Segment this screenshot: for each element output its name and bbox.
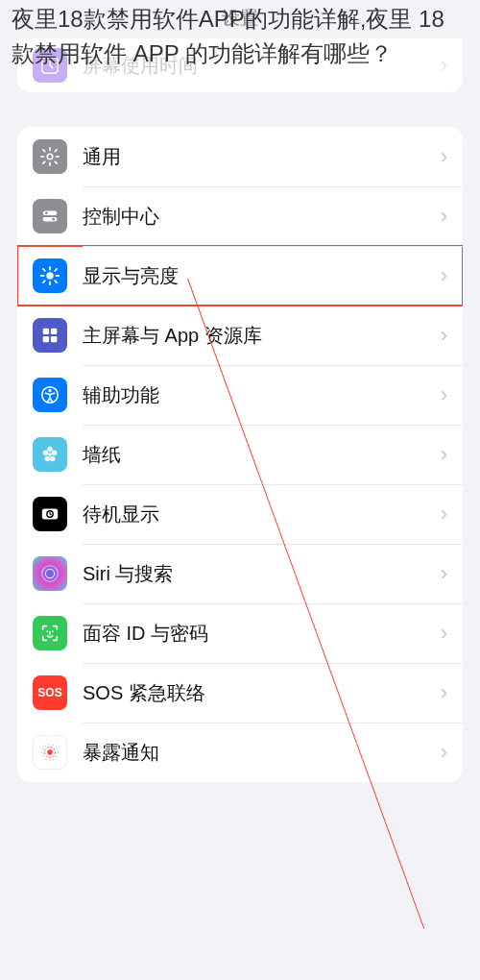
- svg-rect-2: [43, 211, 58, 216]
- row-label: 显示与亮度: [83, 263, 441, 289]
- row-label: 待机显示: [83, 502, 441, 527]
- gear-icon: [33, 139, 67, 174]
- svg-point-13: [48, 453, 52, 456]
- row-label: 暴露通知: [83, 740, 441, 766]
- svg-point-16: [50, 456, 56, 462]
- chevron-right-icon: ›: [441, 382, 447, 407]
- chevron-right-icon: ›: [441, 442, 447, 467]
- chevron-right-icon: ›: [441, 621, 447, 646]
- svg-rect-9: [43, 336, 49, 342]
- svg-point-3: [45, 211, 48, 214]
- row-standby[interactable]: 待机显示 ›: [17, 484, 463, 544]
- svg-point-6: [46, 272, 53, 279]
- sos-icon: SOS: [33, 675, 67, 710]
- flower-icon: [33, 437, 67, 472]
- row-label: Siri 与搜索: [83, 561, 441, 587]
- exposure-icon: [33, 735, 67, 770]
- row-display-brightness[interactable]: 显示与亮度 ›: [17, 246, 463, 306]
- svg-point-25: [47, 749, 53, 755]
- apps-grid-icon: [33, 318, 67, 353]
- svg-point-21: [42, 566, 59, 582]
- svg-point-12: [48, 389, 51, 392]
- row-siri-search[interactable]: Siri 与搜索 ›: [17, 544, 463, 603]
- svg-rect-7: [43, 329, 49, 334]
- chevron-right-icon: ›: [441, 323, 447, 348]
- row-faceid-passcode[interactable]: 面容 ID 与密码 ›: [17, 603, 463, 663]
- row-label: 控制中心: [83, 204, 441, 230]
- row-home-screen[interactable]: 主屏幕与 App 资源库 ›: [17, 306, 463, 365]
- svg-point-24: [52, 630, 54, 632]
- svg-point-5: [52, 218, 55, 221]
- row-screentime[interactable]: 屏幕使用时间 ›: [17, 38, 463, 92]
- svg-point-14: [47, 447, 53, 453]
- svg-point-18: [43, 450, 49, 455]
- chevron-right-icon: ›: [441, 680, 447, 705]
- chevron-right-icon: ›: [441, 561, 447, 586]
- svg-rect-8: [51, 329, 57, 334]
- svg-point-22: [45, 569, 54, 577]
- row-label: 面容 ID 与密码: [83, 621, 441, 647]
- chevron-right-icon: ›: [441, 502, 447, 527]
- chevron-right-icon: ›: [441, 53, 447, 78]
- siri-icon: [33, 556, 67, 591]
- row-label: 主屏幕与 App 资源库: [83, 323, 441, 349]
- svg-point-23: [46, 630, 48, 632]
- chevron-right-icon: ›: [441, 144, 447, 169]
- svg-point-1: [47, 154, 53, 159]
- row-general[interactable]: 通用 ›: [17, 127, 463, 186]
- row-label: 通用: [83, 144, 441, 170]
- clock-icon: [33, 497, 67, 531]
- row-accessibility[interactable]: 辅助功能 ›: [17, 365, 463, 425]
- faceid-icon: [33, 616, 67, 650]
- row-wallpaper[interactable]: 墙纸 ›: [17, 425, 463, 484]
- group-screentime: 屏幕使用时间 ›: [17, 38, 463, 92]
- row-label: 屏幕使用时间: [83, 53, 441, 79]
- row-exposure-notification[interactable]: 暴露通知 ›: [17, 723, 463, 782]
- settings-scroll: 屏幕使用时间 › 通用 › 控制中心 › 显示与亮度 ›: [0, 0, 480, 782]
- sun-icon: [33, 258, 67, 293]
- row-label: SOS 紧急联络: [83, 680, 441, 706]
- row-sos[interactable]: SOS SOS 紧急联络 ›: [17, 663, 463, 723]
- page-title: 设置: [0, 6, 480, 31]
- chevron-right-icon: ›: [441, 204, 447, 229]
- screentime-icon: [33, 48, 67, 83]
- svg-point-17: [45, 456, 51, 462]
- svg-rect-4: [43, 217, 58, 222]
- group-main-settings: 通用 › 控制中心 › 显示与亮度 › 主屏幕与 App 资源库 ›: [17, 127, 463, 782]
- accessibility-icon: [33, 378, 67, 412]
- row-label: 墙纸: [83, 442, 441, 468]
- toggles-icon: [33, 199, 67, 233]
- svg-point-15: [52, 450, 58, 455]
- row-label: 辅助功能: [83, 382, 441, 408]
- chevron-right-icon: ›: [441, 263, 447, 288]
- chevron-right-icon: ›: [441, 740, 447, 765]
- row-control-center[interactable]: 控制中心 ›: [17, 186, 463, 246]
- svg-rect-10: [51, 336, 57, 342]
